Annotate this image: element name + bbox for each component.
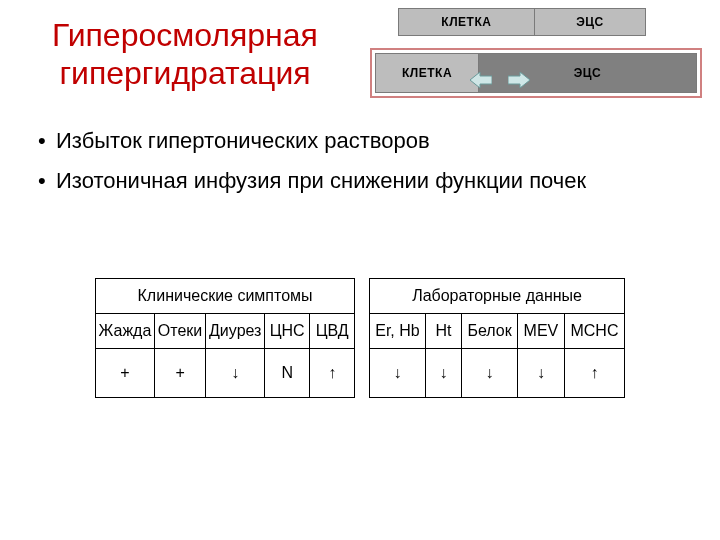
col-header: ЦВД <box>310 314 355 349</box>
bullet-text: Избыток гипертонических растворов <box>56 124 430 158</box>
lab-group-header: Лабораторные данные <box>370 279 625 314</box>
col-header: Ht <box>425 314 461 349</box>
ecs-label: ЭЦС <box>574 66 601 80</box>
cell-value: ↑ <box>564 349 624 398</box>
arrow-left-icon <box>470 72 492 88</box>
cell-value: + <box>96 349 155 398</box>
cell-compartment-label: КЛЕТКА <box>399 9 535 35</box>
col-header: MEV <box>517 314 564 349</box>
clinical-group-header: Клинические симптомы <box>96 279 355 314</box>
bullet-text: Изотоничная инфузия при снижении функции… <box>56 164 586 198</box>
col-header: Жажда <box>96 314 155 349</box>
table-group-row: Клинические симптомы Лабораторные данные <box>96 279 625 314</box>
compartment-diagram: КЛЕТКА ЭЦС КЛЕТКА ЭЦС <box>370 8 710 98</box>
ecs-compartment-label: ЭЦС <box>535 9 645 35</box>
bullet-list: • Избыток гипертонических растворов • Из… <box>38 124 678 204</box>
cell-value: ↑ <box>310 349 355 398</box>
cell-value: ↓ <box>206 349 265 398</box>
col-header: Отеки <box>154 314 205 349</box>
cell-value: ↓ <box>425 349 461 398</box>
svg-marker-0 <box>470 72 492 88</box>
cell-value: ↓ <box>370 349 426 398</box>
svg-marker-1 <box>508 72 530 88</box>
cell-compartment-shrunk: КЛЕТКА <box>376 54 479 92</box>
bullet-item: • Избыток гипертонических растворов <box>38 124 678 158</box>
diagram-row-normal: КЛЕТКА ЭЦС <box>398 8 646 36</box>
diagram-row-highlighted: КЛЕТКА ЭЦС <box>370 48 702 98</box>
table-gap <box>355 279 370 398</box>
bullet-dot-icon: • <box>38 164 56 198</box>
col-header: Диурез <box>206 314 265 349</box>
cell-value: + <box>154 349 205 398</box>
col-header: Er, Hb <box>370 314 426 349</box>
cell-value: ↓ <box>462 349 518 398</box>
col-header: MCHC <box>564 314 624 349</box>
data-table: Клинические симптомы Лабораторные данные… <box>95 278 625 398</box>
cell-label: КЛЕТКА <box>402 66 452 80</box>
cell-value: N <box>265 349 310 398</box>
slide-title: Гиперосмолярная гипергидратация <box>10 16 360 92</box>
col-header: Белок <box>462 314 518 349</box>
bullet-item: • Изотоничная инфузия при снижении функц… <box>38 164 678 198</box>
bullet-dot-icon: • <box>38 124 56 158</box>
arrow-right-icon <box>508 72 530 88</box>
cell-value: ↓ <box>517 349 564 398</box>
col-header: ЦНС <box>265 314 310 349</box>
